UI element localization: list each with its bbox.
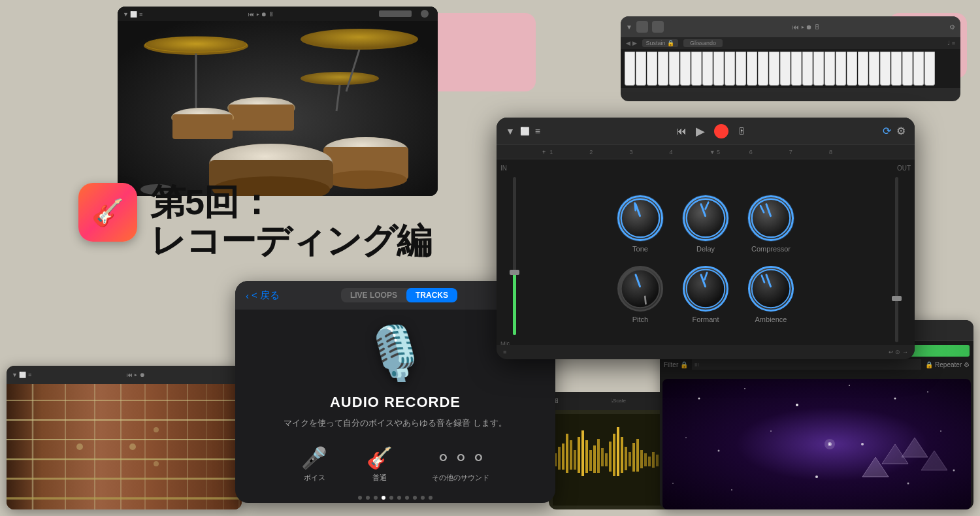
toolbar-left: ▼ ⬜ ≡ [506, 126, 540, 137]
svg-rect-86 [648, 457, 651, 466]
metronome-icon[interactable]: 🎚 [738, 126, 747, 137]
svg-rect-65 [566, 434, 568, 473]
seg-live-loops[interactable]: LIVE LOOPS [341, 288, 406, 302]
knob-delay[interactable] [683, 195, 728, 241]
toolbar-center: ⏮ ▶ 🎚 [676, 124, 747, 138]
svg-rect-25 [379, 10, 412, 17]
starfield-svg [662, 379, 971, 509]
svg-rect-69 [581, 430, 584, 476]
dot-3 [374, 496, 378, 500]
piano-panel: ▼ ⏮ ▶ ⏺ 🎚 ⚙ ◀ ▶ Sustain 🔒 Glissando ♩ ≡ [621, 16, 960, 101]
svg-point-34 [621, 270, 660, 308]
svg-point-94 [796, 404, 798, 406]
svg-rect-68 [578, 437, 580, 473]
svg-rect-67 [574, 450, 576, 470]
svg-point-92 [698, 398, 700, 400]
more-sounds-item: ⚬⚬⚬ その他のサウンド [432, 445, 489, 483]
gb-main-panel: ▼ ⬜ ≡ ⏮ ▶ 🎚 ⟳ ⚙ + 1 2 3 4 ▼ 5 [497, 118, 915, 359]
knob-formant[interactable] [683, 266, 728, 312]
record-btn[interactable] [714, 124, 728, 138]
knobs-area: Tone [532, 159, 879, 359]
svg-rect-73 [597, 439, 600, 473]
camera-icon: ⬜ [520, 127, 530, 136]
svg-point-60 [154, 461, 159, 466]
page-dots [358, 496, 433, 500]
toolbar-right: ⟳ ⚙ [883, 125, 906, 137]
svg-point-3 [301, 29, 418, 50]
dot-1 [358, 496, 362, 500]
svg-rect-76 [609, 442, 612, 472]
out-label: OUT [883, 165, 911, 172]
svg-point-105 [731, 489, 732, 491]
beat-title: 𝅘𝅥 Scale [563, 398, 675, 404]
knob-grid: Tone [604, 189, 807, 330]
svg-rect-63 [558, 447, 561, 470]
guitar-emoji: 🎸 [367, 445, 393, 470]
svg-point-30 [687, 199, 725, 238]
dot-7 [405, 496, 409, 500]
settings-icon[interactable]: ⚙ [896, 125, 906, 137]
svg-rect-82 [632, 443, 635, 472]
svg-point-107 [907, 483, 909, 485]
title-line2: レコーディング編 [150, 221, 431, 260]
svg-point-24 [421, 10, 429, 18]
svg-marker-113 [902, 438, 928, 457]
knob-tone-item: Tone [617, 195, 663, 253]
svg-rect-85 [644, 453, 647, 466]
bottom-left: ≡ [503, 349, 506, 355]
seg-tracks[interactable]: TRACKS [406, 288, 457, 302]
fretboard-svg [7, 384, 242, 509]
knob-compressor[interactable] [748, 195, 794, 241]
filter-label: Filter 🔒 [664, 361, 688, 368]
title-line1: 第5回： [150, 183, 431, 221]
svg-rect-18 [172, 114, 233, 139]
svg-point-102 [940, 430, 941, 432]
dot-10 [429, 496, 433, 500]
svg-rect-81 [629, 452, 631, 466]
svg-point-59 [154, 427, 159, 432]
svg-rect-72 [593, 445, 596, 473]
app-icon: 🎸 [78, 183, 137, 242]
ruler-7: 7 [789, 149, 829, 155]
ruler-8: 8 [829, 149, 869, 155]
knob-ambience[interactable] [748, 266, 794, 312]
knob-compressor-label: Compressor [751, 245, 791, 253]
gb-toolbar: ▼ ⬜ ≡ ⏮ ▶ 🎚 ⟳ ⚙ [497, 118, 915, 145]
svg-point-58 [129, 443, 136, 450]
svg-point-106 [815, 476, 818, 478]
ruler-2: 2 [589, 149, 629, 155]
dropdown-icon[interactable]: ▼ [506, 126, 515, 137]
in-section: IN Mic チャンネル [497, 159, 532, 359]
back-button[interactable]: ‹ < 戻る [246, 289, 280, 302]
in-label: IN [500, 165, 529, 172]
rewind-btn[interactable]: ⏮ [676, 125, 687, 137]
mic-icon-large: 🎙️ [363, 323, 428, 384]
add-track-icon[interactable]: + [542, 149, 546, 155]
bottom-right: ↩ ⊙ → [889, 349, 908, 355]
knob-pitch-label: Pitch [632, 315, 648, 323]
svg-point-97 [927, 391, 928, 393]
title-text: 第5回： レコーディング編 [150, 183, 431, 261]
drum-kit-panel: ▼ ⬜ ≡ ⏮ ▶ ⏺ 🎚 [118, 7, 438, 196]
svg-point-104 [672, 483, 674, 484]
svg-rect-70 [585, 440, 588, 473]
recorder-title: AUDIO RECORDE [330, 394, 461, 411]
svg-rect-15 [229, 105, 294, 131]
knob-tone-label: Tone [632, 245, 648, 253]
play-btn[interactable]: ▶ [696, 124, 705, 138]
guitar-label: 普通 [372, 473, 387, 483]
dot-4 [382, 496, 385, 500]
tb-btn-1 [636, 21, 648, 33]
svg-rect-66 [570, 440, 572, 470]
knob-pitch[interactable] [617, 266, 663, 312]
knob-tone[interactable] [617, 195, 663, 241]
more-icon: ⚬⚬⚬ [434, 445, 487, 470]
svg-point-95 [849, 385, 850, 386]
svg-point-98 [685, 437, 687, 438]
svg-point-103 [953, 470, 955, 472]
list-icon: ≡ [535, 126, 540, 137]
svg-rect-80 [625, 447, 627, 470]
sync-icon: ⟳ [883, 125, 891, 137]
gb-bottom-bar: ≡ ↩ ⊙ → [497, 345, 915, 359]
guitar-tb-center: ⏮ ▶ ⏺ [35, 372, 237, 378]
